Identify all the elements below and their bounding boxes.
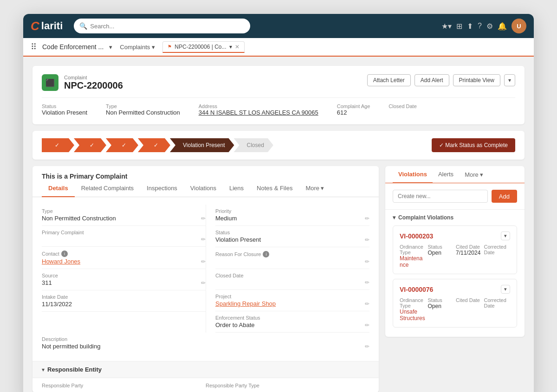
responsible-party-section: Responsible Party [42, 382, 206, 389]
violation-present-label: Violation Present [183, 142, 225, 148]
progress-step-violation-present[interactable]: Violation Present [170, 138, 234, 152]
closed-date-label: Closed Date [389, 103, 417, 109]
status-field: Status Violation Present [42, 103, 87, 116]
violation-id-1[interactable]: VI-0000203 [400, 232, 433, 240]
violation-id-2[interactable]: VI-0000076 [400, 286, 433, 293]
progress-step-closed[interactable]: Closed [234, 138, 273, 152]
violation-header-1: VI-0000203 ▾ [400, 231, 510, 240]
favorites-icon[interactable]: ★▾ [441, 22, 452, 31]
project-link[interactable]: Sparkling Repair Shop [215, 300, 276, 307]
search-input[interactable] [90, 23, 245, 30]
progress-step-3[interactable]: ✓ [106, 138, 138, 152]
responsible-party-label: Responsible Party [42, 383, 83, 388]
status-edit-icon[interactable]: ✏ [365, 237, 369, 243]
right-tab-alerts[interactable]: Alerts [433, 166, 459, 183]
status-label: Status [42, 103, 87, 109]
age-field: Complaint Age 612 [337, 103, 370, 116]
responsible-entity-title: Responsible Entity [47, 366, 102, 373]
complaints-dropdown[interactable]: Complaints ▾ [116, 42, 159, 52]
status-value: Violation Present [42, 109, 87, 116]
ordinance-link-1[interactable]: Maintena nce [400, 255, 422, 268]
attach-letter-button[interactable]: Attach Letter [367, 74, 411, 86]
primary-complaint-value: ✏ [42, 236, 206, 243]
details-panel: This is a Primary Complaint Details Rela… [32, 166, 379, 392]
type-value: Non Permitted Construction [106, 109, 180, 116]
tab-details[interactable]: Details [42, 180, 75, 197]
closed-date-edit-icon[interactable]: ✏ [365, 279, 369, 286]
priority-value: Medium ✏ [215, 215, 369, 222]
tab-inspections[interactable]: Inspections [140, 180, 184, 197]
closed-date-detail-row: Closed Date ✏ [215, 269, 369, 290]
source-label: Source [42, 273, 206, 278]
primary-complaint-edit-icon[interactable]: ✏ [201, 236, 206, 243]
tab-close-icon[interactable]: ✕ [235, 44, 240, 50]
ordinance-type-2: Ordinance Type Unsafe Structures [400, 297, 426, 321]
grid-add-icon[interactable]: ⊞ [456, 22, 462, 31]
apps-grid-icon[interactable]: ⠿ [31, 42, 37, 52]
violation-meta-1: Ordinance Type Maintena nce Status Open … [400, 244, 510, 268]
add-alert-button[interactable]: Add Alert [415, 74, 449, 86]
search-bar[interactable]: 🔍 [74, 19, 250, 33]
ordinance-link-2[interactable]: Unsafe Structures [400, 308, 425, 321]
contact-edit-icon[interactable]: ✏ [201, 258, 206, 265]
progress-step-1[interactable]: ✓ [42, 138, 74, 152]
tab-flag-icon: ⚑ [168, 44, 172, 49]
description-edit-icon[interactable]: ✏ [365, 343, 369, 350]
right-tab-violations[interactable]: Violations [393, 166, 433, 183]
upload-icon[interactable]: ⬆ [467, 22, 473, 31]
responsible-entity-header[interactable]: ▾ Responsible Entity [32, 361, 379, 378]
app-logo: Clariti [31, 19, 63, 33]
primary-badge-title: This is a Primary Complaint [42, 173, 369, 180]
tab-notes-files[interactable]: Notes & Files [250, 180, 299, 197]
tab-related-complaints[interactable]: Related Complaints [75, 180, 140, 197]
type-field-row: Type Non Permitted Construction ✏ [42, 205, 206, 226]
enforcement-field-row: Enforcement Status Order to Abate ✏ [215, 311, 369, 333]
search-icon: 🔍 [79, 22, 87, 30]
address-link[interactable]: 344 N ISABEL ST LOS ANGELES CA 90065 [199, 109, 318, 116]
sub-nav: ⠿ Code Enforcement ... ▾ Complaints ▾ ⚑ … [23, 38, 534, 57]
contact-link[interactable]: Howard Jones [42, 258, 80, 265]
closed-date-field: Closed Date [389, 103, 417, 116]
module-dropdown[interactable]: ▾ [105, 42, 116, 52]
type-edit-icon[interactable]: ✏ [201, 215, 206, 222]
complaint-tab[interactable]: ⚑ NPC-2200006 | Co... ▾ ✕ [162, 41, 244, 53]
project-value: Sparkling Repair Shop ✏ [215, 300, 369, 307]
responsible-party-type-section: Responsible Party Type [206, 382, 369, 389]
closed-date-detail-value: ✏ [215, 279, 369, 286]
add-violation-button[interactable]: Add [492, 190, 517, 203]
check-icon-4: ✓ [154, 142, 158, 148]
chevron-down-icon: ▾ [42, 366, 45, 373]
enforcement-edit-icon[interactable]: ✏ [365, 322, 369, 328]
source-edit-icon[interactable]: ✏ [201, 280, 206, 286]
complaint-header: ⬛ Complaint NPC-2200006 Attach Letter Ad… [42, 74, 515, 91]
complaint-id-section: Complaint NPC-2200006 [64, 75, 123, 91]
printable-view-button[interactable]: Printable View [453, 74, 501, 86]
progress-step-4[interactable]: ✓ [138, 138, 170, 152]
tab-liens[interactable]: Liens [223, 180, 250, 197]
settings-icon[interactable]: ⚙ [486, 22, 493, 31]
left-fields: Type Non Permitted Construction ✏ Primar… [42, 205, 206, 333]
status-field-row: Status Violation Present ✏ [215, 226, 369, 247]
group-title: Complaint Violations [398, 214, 453, 221]
complaint-header-card: ⬛ Complaint NPC-2200006 Attach Letter Ad… [32, 66, 525, 124]
help-icon[interactable]: ? [478, 22, 482, 30]
right-tab-more[interactable]: More ▾ [459, 167, 489, 183]
complaint-icon: ⬛ [42, 74, 58, 91]
avatar[interactable]: U [512, 19, 526, 33]
create-new-input[interactable] [393, 190, 488, 203]
intake-date-field-row: Intake Date 11/13/2022 [42, 290, 206, 312]
tab-more[interactable]: More ▾ [299, 180, 330, 197]
tab-violations[interactable]: Violations [184, 180, 223, 197]
mark-complete-button[interactable]: ✓ Mark Status as Complete [432, 138, 515, 152]
violation-caret-1[interactable]: ▾ [501, 231, 510, 240]
reason-edit-icon[interactable]: ✏ [365, 258, 369, 265]
violation-caret-2[interactable]: ▾ [501, 285, 510, 294]
violation-create-row: Add [385, 183, 525, 210]
notifications-icon[interactable]: 🔔 [498, 22, 507, 31]
closed-label: Closed [247, 142, 264, 148]
contact-value: Howard Jones ✏ [42, 258, 206, 265]
progress-step-2[interactable]: ✓ [74, 138, 106, 152]
project-edit-icon[interactable]: ✏ [365, 301, 369, 307]
priority-edit-icon[interactable]: ✏ [365, 215, 369, 222]
header-more-button[interactable]: ▾ [504, 74, 515, 86]
